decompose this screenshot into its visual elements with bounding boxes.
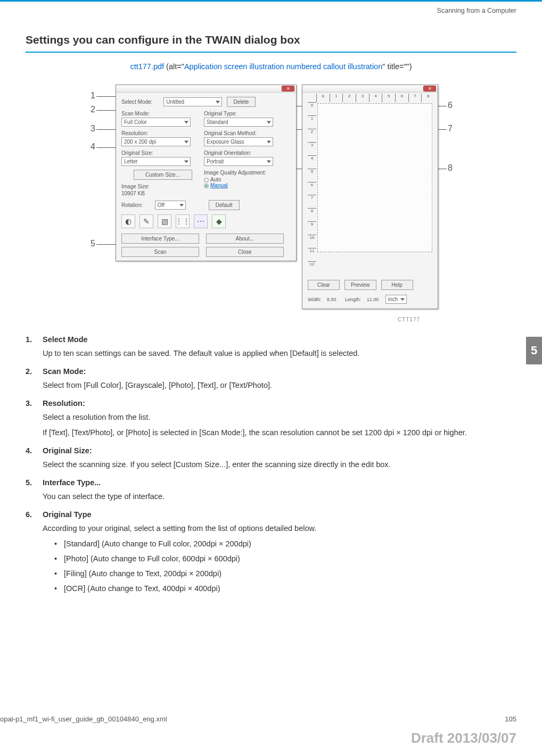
close-icon[interactable]: ✕ <box>282 86 294 92</box>
width-value: 8.50 <box>327 297 336 302</box>
page-footer: opal-p1_mf1_wi-fi_user_guide_gb_00104840… <box>0 715 516 723</box>
resolution-label: Resolution: <box>121 130 204 136</box>
scan-method-combo[interactable]: Exposure Glass <box>204 137 273 146</box>
scan-method-label: Original Scan Method: <box>204 130 286 136</box>
description: You can select the type of interface. <box>43 491 516 503</box>
definition-item: Scan Mode: Select from [Full Color], [Gr… <box>26 367 516 392</box>
alt-text: Application screen illustration numbered… <box>184 62 382 71</box>
description: Select from [Full Color], [Grayscale], [… <box>43 380 516 392</box>
iqa-manual-label[interactable]: Manual <box>210 182 228 188</box>
original-type-label: Original Type: <box>204 111 286 117</box>
running-header: Scanning from a Computer <box>0 2 516 34</box>
custom-size-button[interactable]: Custom Size... <box>134 170 192 180</box>
description: If [Text], [Text/Photo], or [Photo] is s… <box>43 427 516 439</box>
description: Up to ten scan settings can be saved. Th… <box>43 348 516 360</box>
scan-button[interactable]: Scan <box>121 247 199 257</box>
callout-7: 7 <box>448 124 458 134</box>
close-button[interactable]: Close <box>206 247 284 257</box>
figure-alt-line: ctt177.pdf (alt="Application screen illu… <box>26 62 516 71</box>
callout-8: 8 <box>448 163 458 173</box>
ruler-vertical: 0123456789101112 <box>308 102 316 275</box>
filter-icon[interactable]: ◆ <box>212 214 226 228</box>
original-type-combo[interactable]: Standard <box>204 118 273 127</box>
original-size-label: Original Size: <box>121 150 204 156</box>
description: According to your original, select a set… <box>43 523 516 535</box>
definition-item: Original Type According to your original… <box>26 510 516 595</box>
iqa-label: Image Quality Adjustment: <box>204 170 286 176</box>
term: Original Size: <box>43 446 516 455</box>
chapter-tab: 5 <box>526 337 542 364</box>
callout-1: 1 <box>85 91 95 101</box>
term: Resolution: <box>43 399 516 408</box>
term: Original Type <box>43 510 516 519</box>
delete-button[interactable]: Delete <box>227 97 256 107</box>
bullet-item: [Photo] (Auto change to Full color, 600d… <box>54 553 516 565</box>
iqa-auto-label: Auto <box>210 177 221 182</box>
term: Interface Type... <box>43 478 516 487</box>
image-size-value: 10907 KB <box>121 190 145 196</box>
bullet-list: [Standard] (Auto change to Full color, 2… <box>43 538 516 594</box>
term: Select Mode <box>43 335 516 344</box>
rotation-combo[interactable]: Off <box>155 201 186 210</box>
callout-2: 2 <box>85 105 95 114</box>
page-number: 105 <box>505 715 516 723</box>
definition-item: Interface Type... You can select the typ… <box>26 478 516 503</box>
draft-watermark: Draft 2013/03/07 <box>411 730 516 746</box>
brightness-icon[interactable]: ✎ <box>139 214 153 228</box>
iqa-manual-radio[interactable] <box>204 184 209 188</box>
callout-line <box>96 110 117 111</box>
callout-line <box>96 147 117 148</box>
definition-item: Original Size: Select the scanning size.… <box>26 446 516 471</box>
gamma-icon[interactable]: ▧ <box>158 214 171 228</box>
description: Select the scanning size. If you select … <box>43 459 516 471</box>
width-label: Width: <box>308 297 322 302</box>
callout-line <box>96 244 117 245</box>
preview-button[interactable]: Preview <box>344 280 376 290</box>
help-button[interactable]: Help <box>381 280 413 290</box>
section-title: Settings you can configure in the TWAIN … <box>26 34 516 53</box>
image-size-label: Image Size: <box>121 184 204 189</box>
figure-file-link[interactable]: ctt177.pdf <box>130 62 164 71</box>
callout-5: 5 <box>85 239 95 248</box>
preview-area[interactable] <box>317 103 432 252</box>
bullet-item: [OCR] (Auto change to Text, 400dpi × 400… <box>54 583 516 595</box>
bullet-item: [Standard] (Auto change to Full color, 2… <box>54 538 516 550</box>
figure-caption: CTT177 <box>79 317 420 322</box>
original-size-combo[interactable]: Letter <box>121 157 191 166</box>
definition-item: Select Mode Up to ten scan settings can … <box>26 335 516 360</box>
callout-line <box>96 96 117 97</box>
rotation-label: Rotation: <box>121 202 143 208</box>
iqa-auto-radio[interactable] <box>204 178 209 182</box>
twain-figure: 1 2 3 4 5 6 7 8 ✕ <box>79 85 463 322</box>
interface-type-button[interactable]: Interface Type... <box>121 234 199 244</box>
alt-open: (alt=" <box>164 62 184 71</box>
twain-settings-dialog: ✕ Select Mode: Untitled Delete Scan Mode… <box>116 85 297 261</box>
alt-close: " title="") <box>382 62 412 71</box>
clear-button[interactable]: Clear <box>308 280 340 290</box>
select-mode-label: Select Mode: <box>121 99 152 105</box>
description: Select a resolution from the list. <box>43 412 516 423</box>
callout-6: 6 <box>448 101 458 110</box>
bullet-item: [Filing] (Auto change to Text, 200dpi × … <box>54 568 516 580</box>
source-file: opal-p1_mf1_wi-fi_user_guide_gb_00104840… <box>0 715 167 723</box>
color-icon[interactable]: ⋯ <box>194 214 208 228</box>
about-button[interactable]: About... <box>206 234 284 244</box>
close-icon[interactable]: ✕ <box>423 86 436 92</box>
scan-mode-label: Scan Mode: <box>121 111 204 117</box>
callout-3: 3 <box>85 124 95 134</box>
histogram-icon[interactable]: ⋮⋮ <box>176 214 190 228</box>
length-value: 11.00 <box>367 297 379 302</box>
preview-dialog: ✕ 012345678 0123456789101112 Clear Previ… <box>302 85 438 309</box>
default-button[interactable]: Default <box>209 200 240 210</box>
ruler-horizontal: 012345678 <box>316 94 434 102</box>
select-mode-combo[interactable]: Untitled <box>163 97 222 106</box>
resolution-combo[interactable]: 200 x 200 dpi <box>121 137 191 146</box>
length-label: Length: <box>345 297 361 302</box>
orientation-combo[interactable]: Portrait <box>204 157 273 166</box>
scan-mode-combo[interactable]: Full Color <box>121 118 191 127</box>
unit-combo[interactable]: inch <box>385 295 407 304</box>
callout-line <box>96 129 117 130</box>
definition-item: Resolution: Select a resolution from the… <box>26 399 516 439</box>
contrast-icon[interactable]: ◐ <box>121 214 135 228</box>
term: Scan Mode: <box>43 367 516 376</box>
